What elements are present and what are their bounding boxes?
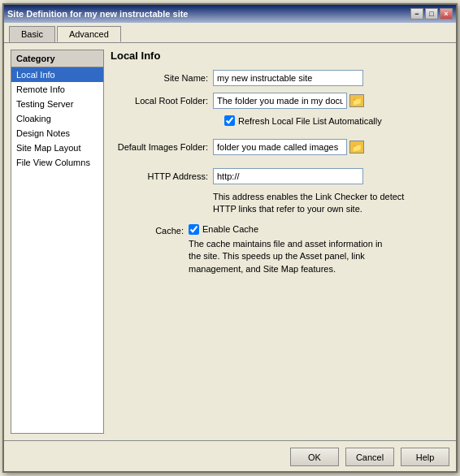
right-panel: Local Info Site Name: Local Root Folder:…	[111, 50, 449, 434]
tab-basic[interactable]: Basic	[9, 26, 55, 42]
refresh-checkbox-row: Refresh Local File List Automatically	[224, 115, 449, 126]
cache-label: Cache:	[111, 224, 184, 236]
content-area: Category Local Info Remote Info Testing …	[4, 42, 456, 440]
sidebar-item-file-view-columns[interactable]: File View Columns	[11, 155, 103, 170]
cancel-button[interactable]: Cancel	[345, 448, 394, 466]
main-layout: Category Local Info Remote Info Testing …	[11, 50, 449, 434]
default-images-folder-button[interactable]: 📁	[349, 141, 364, 154]
http-description: This address enables the Link Checker to…	[213, 192, 404, 214]
cache-row: Cache: Enable Cache The cache maintains …	[111, 224, 449, 275]
cache-content: Enable Cache The cache maintains file an…	[189, 224, 449, 275]
sidebar-item-site-map-layout[interactable]: Site Map Layout	[11, 141, 103, 155]
cache-checkbox-label: Enable Cache	[202, 224, 258, 234]
http-address-label: HTTP Address:	[111, 171, 208, 181]
footer-buttons: OK Cancel Help	[4, 440, 456, 471]
sidebar-item-local-info[interactable]: Local Info	[11, 67, 103, 82]
local-root-folder-button[interactable]: 📁	[349, 94, 364, 107]
site-name-input[interactable]	[213, 70, 363, 86]
cache-checkbox[interactable]	[189, 224, 199, 235]
http-address-row: HTTP Address:	[111, 168, 449, 184]
site-name-row: Site Name:	[111, 70, 449, 86]
tabs-container: Basic Advanced	[4, 23, 456, 42]
site-name-label: Site Name:	[111, 73, 208, 83]
default-images-input[interactable]	[213, 139, 347, 155]
sidebar-item-testing-server[interactable]: Testing Server	[11, 97, 103, 111]
refresh-label: Refresh Local File List Automatically	[238, 116, 382, 126]
local-root-row: Local Root Folder: 📁	[111, 93, 449, 109]
cache-checkbox-row: Enable Cache	[189, 224, 449, 235]
sidebar-item-design-notes[interactable]: Design Notes	[11, 126, 103, 141]
window-controls: − □ ×	[410, 8, 453, 19]
maximize-button[interactable]: □	[425, 8, 438, 19]
tab-advanced[interactable]: Advanced	[57, 26, 121, 42]
title-bar: Site Definition for my new instructable …	[4, 5, 456, 23]
refresh-checkbox[interactable]	[224, 115, 235, 126]
form-area: Site Name: Local Root Folder: 📁 Refresh …	[111, 70, 449, 434]
sidebar-header: Category	[11, 50, 103, 67]
sidebar-item-cloaking[interactable]: Cloaking	[11, 111, 103, 126]
ok-button[interactable]: OK	[290, 448, 339, 466]
http-address-input[interactable]	[213, 168, 363, 184]
sidebar: Category Local Info Remote Info Testing …	[11, 50, 104, 434]
help-button[interactable]: Help	[401, 448, 449, 466]
cache-description: The cache maintains file and asset infor…	[189, 239, 382, 274]
close-button[interactable]: ×	[440, 8, 453, 19]
panel-title: Local Info	[111, 50, 449, 62]
window-title: Site Definition for my new instructable …	[7, 9, 188, 19]
default-images-label: Default Images Folder:	[111, 142, 208, 152]
local-root-label: Local Root Folder:	[111, 96, 208, 106]
default-images-row: Default Images Folder: 📁	[111, 139, 449, 155]
main-window: Site Definition for my new instructable …	[2, 3, 458, 473]
minimize-button[interactable]: −	[410, 8, 423, 19]
sidebar-item-remote-info[interactable]: Remote Info	[11, 82, 103, 97]
local-root-input[interactable]	[213, 93, 347, 109]
